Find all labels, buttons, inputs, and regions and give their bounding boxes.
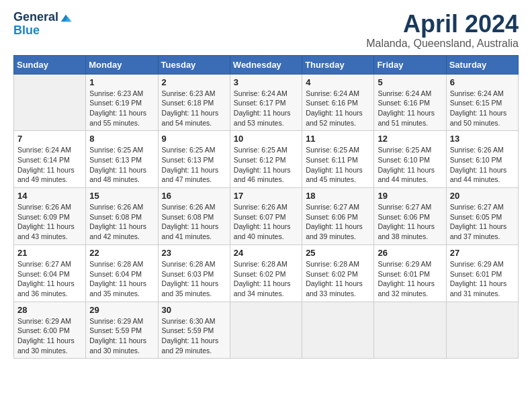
column-header-tuesday: Tuesday <box>158 55 230 74</box>
day-number: 5 <box>378 77 442 87</box>
day-info: Sunrise: 6:23 AMSunset: 6:19 PMDaylight:… <box>89 89 154 128</box>
day-number: 9 <box>162 134 226 144</box>
day-info: Sunrise: 6:23 AMSunset: 6:18 PMDaylight:… <box>162 89 226 128</box>
day-number: 15 <box>89 191 154 201</box>
calendar-cell: 19Sunrise: 6:27 AMSunset: 6:06 PMDayligh… <box>374 188 446 245</box>
day-number: 23 <box>162 248 226 258</box>
day-info: Sunrise: 6:24 AMSunset: 6:16 PMDaylight:… <box>306 89 370 128</box>
month-title: April 2024 <box>366 11 519 38</box>
day-info: Sunrise: 6:25 AMSunset: 6:10 PMDaylight:… <box>378 145 442 185</box>
day-number: 26 <box>378 248 442 258</box>
day-number: 28 <box>17 305 82 315</box>
column-header-wednesday: Wednesday <box>230 55 302 74</box>
calendar-cell: 26Sunrise: 6:29 AMSunset: 6:01 PMDayligh… <box>374 244 446 302</box>
day-number: 24 <box>234 248 298 258</box>
day-number: 14 <box>17 191 82 201</box>
day-number: 2 <box>162 77 226 87</box>
calendar-week-row: 28Sunrise: 6:29 AMSunset: 6:00 PMDayligh… <box>14 302 519 359</box>
logo-blue: Blue <box>13 24 72 38</box>
calendar-cell: 4Sunrise: 6:24 AMSunset: 6:16 PMDaylight… <box>302 74 374 131</box>
logo-icon <box>60 13 72 22</box>
day-info: Sunrise: 6:27 AMSunset: 6:05 PMDaylight:… <box>450 202 515 242</box>
title-area: April 2024 Malanda, Queensland, Australi… <box>366 11 519 50</box>
day-info: Sunrise: 6:26 AMSunset: 6:08 PMDaylight:… <box>89 202 154 242</box>
calendar-cell <box>446 302 518 359</box>
calendar-cell: 17Sunrise: 6:26 AMSunset: 6:07 PMDayligh… <box>230 188 302 245</box>
calendar-week-row: 7Sunrise: 6:24 AMSunset: 6:14 PMDaylight… <box>14 131 519 188</box>
calendar-header-row: SundayMondayTuesdayWednesdayThursdayFrid… <box>14 55 519 74</box>
day-info: Sunrise: 6:30 AMSunset: 5:59 PMDaylight:… <box>162 316 226 356</box>
calendar-cell: 21Sunrise: 6:27 AMSunset: 6:04 PMDayligh… <box>14 244 86 302</box>
calendar-cell: 15Sunrise: 6:26 AMSunset: 6:08 PMDayligh… <box>86 188 158 245</box>
page-header: General Blue April 2024 Malanda, Queensl… <box>13 11 519 50</box>
calendar-cell: 20Sunrise: 6:27 AMSunset: 6:05 PMDayligh… <box>446 188 518 245</box>
day-number: 3 <box>234 77 298 87</box>
calendar-cell <box>302 302 374 359</box>
day-info: Sunrise: 6:29 AMSunset: 6:01 PMDaylight:… <box>378 259 442 299</box>
calendar-cell: 9Sunrise: 6:25 AMSunset: 6:13 PMDaylight… <box>158 131 230 188</box>
calendar-cell: 10Sunrise: 6:25 AMSunset: 6:12 PMDayligh… <box>230 131 302 188</box>
day-info: Sunrise: 6:27 AMSunset: 6:06 PMDaylight:… <box>378 202 442 242</box>
calendar-cell <box>230 302 302 359</box>
calendar-cell: 24Sunrise: 6:28 AMSunset: 6:02 PMDayligh… <box>230 244 302 302</box>
logo-general: General <box>13 11 58 24</box>
day-number: 13 <box>450 134 515 144</box>
day-number: 11 <box>306 134 370 144</box>
day-info: Sunrise: 6:25 AMSunset: 6:12 PMDaylight:… <box>234 145 298 185</box>
location: Malanda, Queensland, Australia <box>366 38 519 50</box>
day-info: Sunrise: 6:26 AMSunset: 6:10 PMDaylight:… <box>450 145 515 185</box>
day-info: Sunrise: 6:28 AMSunset: 6:04 PMDaylight:… <box>89 259 154 299</box>
calendar-cell: 14Sunrise: 6:26 AMSunset: 6:09 PMDayligh… <box>14 188 86 245</box>
day-info: Sunrise: 6:24 AMSunset: 6:17 PMDaylight:… <box>234 89 298 128</box>
day-number: 7 <box>17 134 82 144</box>
day-info: Sunrise: 6:24 AMSunset: 6:15 PMDaylight:… <box>450 89 515 128</box>
day-number: 16 <box>162 191 226 201</box>
calendar-cell: 7Sunrise: 6:24 AMSunset: 6:14 PMDaylight… <box>14 131 86 188</box>
calendar-cell: 28Sunrise: 6:29 AMSunset: 6:00 PMDayligh… <box>14 302 86 359</box>
day-info: Sunrise: 6:24 AMSunset: 6:16 PMDaylight:… <box>378 89 442 128</box>
day-info: Sunrise: 6:29 AMSunset: 6:01 PMDaylight:… <box>450 259 515 299</box>
day-number: 30 <box>162 305 226 315</box>
calendar-cell: 8Sunrise: 6:25 AMSunset: 6:13 PMDaylight… <box>86 131 158 188</box>
calendar-cell: 2Sunrise: 6:23 AMSunset: 6:18 PMDaylight… <box>158 74 230 131</box>
calendar-cell <box>14 74 86 131</box>
day-number: 17 <box>234 191 298 201</box>
day-number: 22 <box>89 248 154 258</box>
column-header-sunday: Sunday <box>14 55 86 74</box>
day-number: 8 <box>89 134 154 144</box>
day-info: Sunrise: 6:28 AMSunset: 6:03 PMDaylight:… <box>162 259 226 299</box>
calendar-table: SundayMondayTuesdayWednesdayThursdayFrid… <box>13 55 519 359</box>
day-number: 6 <box>450 77 515 87</box>
calendar-cell: 5Sunrise: 6:24 AMSunset: 6:16 PMDaylight… <box>374 74 446 131</box>
day-number: 20 <box>450 191 515 201</box>
day-info: Sunrise: 6:24 AMSunset: 6:14 PMDaylight:… <box>17 145 82 185</box>
column-header-thursday: Thursday <box>302 55 374 74</box>
day-info: Sunrise: 6:28 AMSunset: 6:02 PMDaylight:… <box>234 259 298 299</box>
calendar-week-row: 14Sunrise: 6:26 AMSunset: 6:09 PMDayligh… <box>14 188 519 245</box>
day-number: 21 <box>17 248 82 258</box>
calendar-cell: 12Sunrise: 6:25 AMSunset: 6:10 PMDayligh… <box>374 131 446 188</box>
calendar-cell: 16Sunrise: 6:26 AMSunset: 6:08 PMDayligh… <box>158 188 230 245</box>
calendar-cell: 13Sunrise: 6:26 AMSunset: 6:10 PMDayligh… <box>446 131 518 188</box>
calendar-cell: 11Sunrise: 6:25 AMSunset: 6:11 PMDayligh… <box>302 131 374 188</box>
day-info: Sunrise: 6:25 AMSunset: 6:11 PMDaylight:… <box>306 145 370 185</box>
day-number: 10 <box>234 134 298 144</box>
calendar-cell: 1Sunrise: 6:23 AMSunset: 6:19 PMDaylight… <box>86 74 158 131</box>
day-info: Sunrise: 6:27 AMSunset: 6:04 PMDaylight:… <box>17 259 82 299</box>
calendar-cell: 22Sunrise: 6:28 AMSunset: 6:04 PMDayligh… <box>86 244 158 302</box>
day-number: 1 <box>89 77 154 87</box>
day-info: Sunrise: 6:28 AMSunset: 6:02 PMDaylight:… <box>306 259 370 299</box>
calendar-week-row: 21Sunrise: 6:27 AMSunset: 6:04 PMDayligh… <box>14 244 519 302</box>
day-info: Sunrise: 6:25 AMSunset: 6:13 PMDaylight:… <box>89 145 154 185</box>
day-info: Sunrise: 6:26 AMSunset: 6:07 PMDaylight:… <box>234 202 298 242</box>
day-number: 25 <box>306 248 370 258</box>
day-number: 19 <box>378 191 442 201</box>
day-number: 4 <box>306 77 370 87</box>
day-info: Sunrise: 6:29 AMSunset: 5:59 PMDaylight:… <box>89 316 154 356</box>
logo: General Blue <box>13 11 72 38</box>
day-info: Sunrise: 6:26 AMSunset: 6:08 PMDaylight:… <box>162 202 226 242</box>
calendar-week-row: 1Sunrise: 6:23 AMSunset: 6:19 PMDaylight… <box>14 74 519 131</box>
calendar-cell: 6Sunrise: 6:24 AMSunset: 6:15 PMDaylight… <box>446 74 518 131</box>
day-info: Sunrise: 6:29 AMSunset: 6:00 PMDaylight:… <box>17 316 82 356</box>
day-info: Sunrise: 6:27 AMSunset: 6:06 PMDaylight:… <box>306 202 370 242</box>
